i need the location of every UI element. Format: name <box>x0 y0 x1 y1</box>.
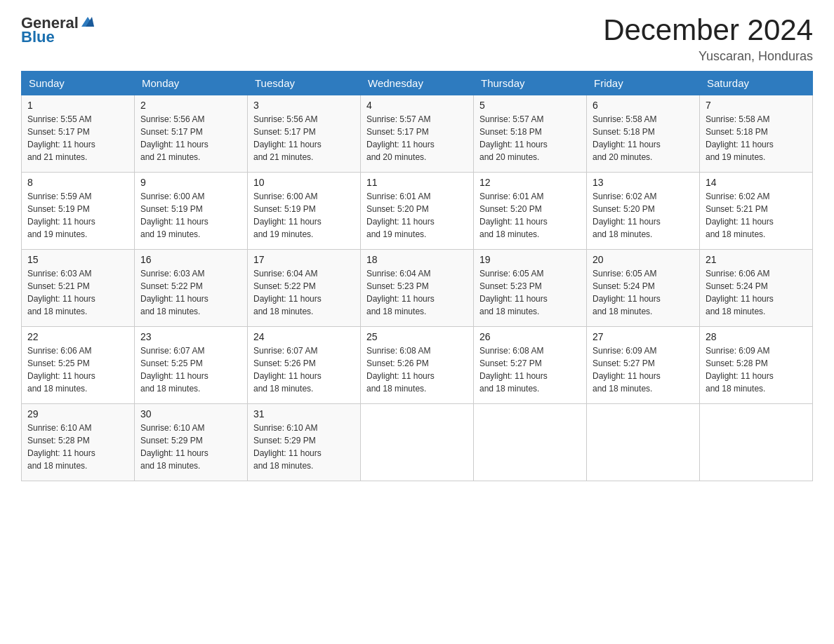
day-info: Sunrise: 6:02 AMSunset: 5:20 PMDaylight:… <box>593 190 694 241</box>
day-number: 17 <box>253 254 355 265</box>
calendar-cell: 9Sunrise: 6:00 AMSunset: 5:19 PMDaylight… <box>135 173 248 250</box>
calendar-week-row: 8Sunrise: 5:59 AMSunset: 5:19 PMDaylight… <box>22 173 813 250</box>
calendar-cell <box>700 404 813 481</box>
calendar-cell: 8Sunrise: 5:59 AMSunset: 5:19 PMDaylight… <box>22 173 135 250</box>
calendar-cell: 26Sunrise: 6:08 AMSunset: 5:27 PMDayligh… <box>474 327 587 404</box>
calendar-cell: 1Sunrise: 5:55 AMSunset: 5:17 PMDaylight… <box>22 95 135 173</box>
day-info: Sunrise: 6:09 AMSunset: 5:27 PMDaylight:… <box>593 344 694 395</box>
day-number: 19 <box>479 254 581 265</box>
calendar-week-row: 22Sunrise: 6:06 AMSunset: 5:25 PMDayligh… <box>22 327 813 404</box>
day-number: 6 <box>593 100 694 111</box>
day-number: 29 <box>27 408 128 420</box>
logo-blue-text: Blue <box>21 28 55 46</box>
calendar-cell: 27Sunrise: 6:09 AMSunset: 5:27 PMDayligh… <box>587 327 700 404</box>
calendar-cell: 25Sunrise: 6:08 AMSunset: 5:26 PMDayligh… <box>361 327 474 404</box>
day-number: 10 <box>253 177 355 188</box>
day-info: Sunrise: 5:55 AMSunset: 5:17 PMDaylight:… <box>27 113 128 163</box>
day-number: 4 <box>366 100 468 111</box>
day-info: Sunrise: 5:58 AMSunset: 5:18 PMDaylight:… <box>706 113 807 163</box>
day-info: Sunrise: 6:01 AMSunset: 5:20 PMDaylight:… <box>366 190 468 241</box>
calendar-cell: 24Sunrise: 6:07 AMSunset: 5:26 PMDayligh… <box>248 327 361 404</box>
day-info: Sunrise: 5:59 AMSunset: 5:19 PMDaylight:… <box>27 190 128 241</box>
location: Yuscaran, Honduras <box>603 49 813 64</box>
calendar-cell: 12Sunrise: 6:01 AMSunset: 5:20 PMDayligh… <box>474 173 587 250</box>
header-day-sunday: Sunday <box>22 72 135 95</box>
day-info: Sunrise: 6:07 AMSunset: 5:25 PMDaylight:… <box>140 344 241 395</box>
logo-icon <box>80 14 95 29</box>
day-number: 23 <box>140 331 241 342</box>
calendar-cell: 31Sunrise: 6:10 AMSunset: 5:29 PMDayligh… <box>248 404 361 481</box>
day-number: 31 <box>253 408 355 420</box>
day-number: 20 <box>593 254 694 265</box>
header-day-tuesday: Tuesday <box>248 72 361 95</box>
day-info: Sunrise: 6:10 AMSunset: 5:29 PMDaylight:… <box>140 422 241 472</box>
day-number: 28 <box>706 331 807 342</box>
month-title: December 2024 <box>603 14 813 46</box>
day-number: 2 <box>140 100 241 111</box>
calendar-cell: 19Sunrise: 6:05 AMSunset: 5:23 PMDayligh… <box>474 250 587 327</box>
day-info: Sunrise: 6:06 AMSunset: 5:24 PMDaylight:… <box>706 267 807 318</box>
day-number: 5 <box>479 100 581 111</box>
day-info: Sunrise: 5:57 AMSunset: 5:18 PMDaylight:… <box>479 113 581 163</box>
calendar-cell: 15Sunrise: 6:03 AMSunset: 5:21 PMDayligh… <box>22 250 135 327</box>
calendar-cell: 14Sunrise: 6:02 AMSunset: 5:21 PMDayligh… <box>700 173 813 250</box>
header-day-thursday: Thursday <box>474 72 587 95</box>
calendar-cell: 28Sunrise: 6:09 AMSunset: 5:28 PMDayligh… <box>700 327 813 404</box>
calendar-cell: 5Sunrise: 5:57 AMSunset: 5:18 PMDaylight… <box>474 95 587 173</box>
day-info: Sunrise: 5:57 AMSunset: 5:17 PMDaylight:… <box>366 113 468 163</box>
calendar-cell: 4Sunrise: 5:57 AMSunset: 5:17 PMDaylight… <box>361 95 474 173</box>
day-info: Sunrise: 6:00 AMSunset: 5:19 PMDaylight:… <box>253 190 355 241</box>
day-info: Sunrise: 6:09 AMSunset: 5:28 PMDaylight:… <box>706 344 807 395</box>
day-info: Sunrise: 6:04 AMSunset: 5:22 PMDaylight:… <box>253 267 355 318</box>
calendar-cell: 3Sunrise: 5:56 AMSunset: 5:17 PMDaylight… <box>248 95 361 173</box>
calendar-week-row: 15Sunrise: 6:03 AMSunset: 5:21 PMDayligh… <box>22 250 813 327</box>
day-number: 18 <box>366 254 468 265</box>
page-header: General Blue December 2024 Yuscaran, Hon… <box>21 14 813 64</box>
calendar-cell: 16Sunrise: 6:03 AMSunset: 5:22 PMDayligh… <box>135 250 248 327</box>
day-number: 13 <box>593 177 694 188</box>
day-info: Sunrise: 6:00 AMSunset: 5:19 PMDaylight:… <box>140 190 241 241</box>
header-day-monday: Monday <box>135 72 248 95</box>
day-info: Sunrise: 6:07 AMSunset: 5:26 PMDaylight:… <box>253 344 355 395</box>
day-number: 30 <box>140 408 241 420</box>
day-info: Sunrise: 6:02 AMSunset: 5:21 PMDaylight:… <box>706 190 807 241</box>
calendar-week-row: 29Sunrise: 6:10 AMSunset: 5:28 PMDayligh… <box>22 404 813 481</box>
calendar-cell: 13Sunrise: 6:02 AMSunset: 5:20 PMDayligh… <box>587 173 700 250</box>
day-info: Sunrise: 6:05 AMSunset: 5:24 PMDaylight:… <box>593 267 694 318</box>
day-info: Sunrise: 6:03 AMSunset: 5:21 PMDaylight:… <box>27 267 128 318</box>
calendar-cell: 18Sunrise: 6:04 AMSunset: 5:23 PMDayligh… <box>361 250 474 327</box>
day-info: Sunrise: 6:10 AMSunset: 5:29 PMDaylight:… <box>253 422 355 472</box>
title-block: December 2024 Yuscaran, Honduras <box>603 14 813 64</box>
header-day-wednesday: Wednesday <box>361 72 474 95</box>
calendar-cell: 23Sunrise: 6:07 AMSunset: 5:25 PMDayligh… <box>135 327 248 404</box>
day-info: Sunrise: 5:58 AMSunset: 5:18 PMDaylight:… <box>593 113 694 163</box>
calendar-cell <box>474 404 587 481</box>
calendar-cell: 11Sunrise: 6:01 AMSunset: 5:20 PMDayligh… <box>361 173 474 250</box>
day-info: Sunrise: 6:05 AMSunset: 5:23 PMDaylight:… <box>479 267 581 318</box>
day-number: 22 <box>27 331 128 342</box>
day-number: 26 <box>479 331 581 342</box>
calendar-cell <box>587 404 700 481</box>
day-info: Sunrise: 6:06 AMSunset: 5:25 PMDaylight:… <box>27 344 128 395</box>
day-number: 11 <box>366 177 468 188</box>
day-info: Sunrise: 6:10 AMSunset: 5:28 PMDaylight:… <box>27 422 128 472</box>
day-number: 8 <box>27 177 128 188</box>
day-number: 15 <box>27 254 128 265</box>
day-number: 12 <box>479 177 581 188</box>
day-info: Sunrise: 6:08 AMSunset: 5:27 PMDaylight:… <box>479 344 581 395</box>
day-number: 25 <box>366 331 468 342</box>
day-number: 7 <box>706 100 807 111</box>
day-number: 9 <box>140 177 241 188</box>
calendar-cell: 20Sunrise: 6:05 AMSunset: 5:24 PMDayligh… <box>587 250 700 327</box>
header-day-saturday: Saturday <box>700 72 813 95</box>
day-info: Sunrise: 5:56 AMSunset: 5:17 PMDaylight:… <box>140 113 241 163</box>
calendar-week-row: 1Sunrise: 5:55 AMSunset: 5:17 PMDaylight… <box>22 95 813 173</box>
calendar-cell: 29Sunrise: 6:10 AMSunset: 5:28 PMDayligh… <box>22 404 135 481</box>
day-info: Sunrise: 6:04 AMSunset: 5:23 PMDaylight:… <box>366 267 468 318</box>
logo: General Blue <box>21 14 95 46</box>
day-number: 27 <box>593 331 694 342</box>
calendar-cell: 22Sunrise: 6:06 AMSunset: 5:25 PMDayligh… <box>22 327 135 404</box>
calendar-cell: 17Sunrise: 6:04 AMSunset: 5:22 PMDayligh… <box>248 250 361 327</box>
calendar-cell: 30Sunrise: 6:10 AMSunset: 5:29 PMDayligh… <box>135 404 248 481</box>
day-info: Sunrise: 6:08 AMSunset: 5:26 PMDaylight:… <box>366 344 468 395</box>
